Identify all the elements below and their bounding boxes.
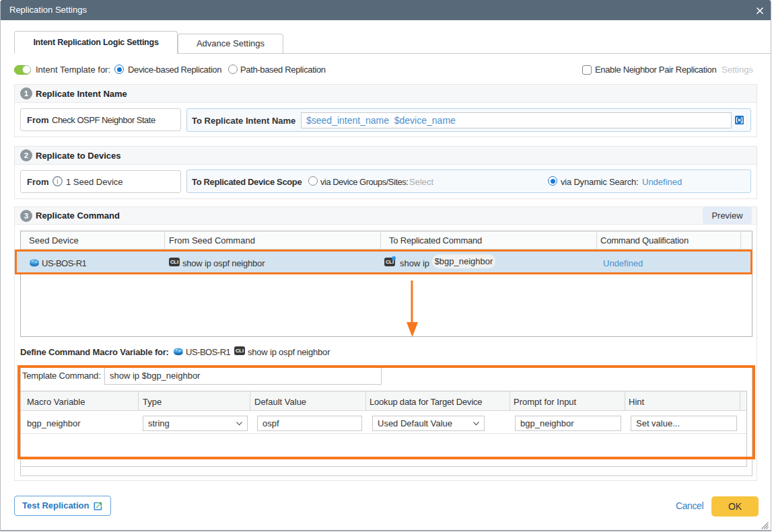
svg-text:i: i — [57, 178, 59, 185]
